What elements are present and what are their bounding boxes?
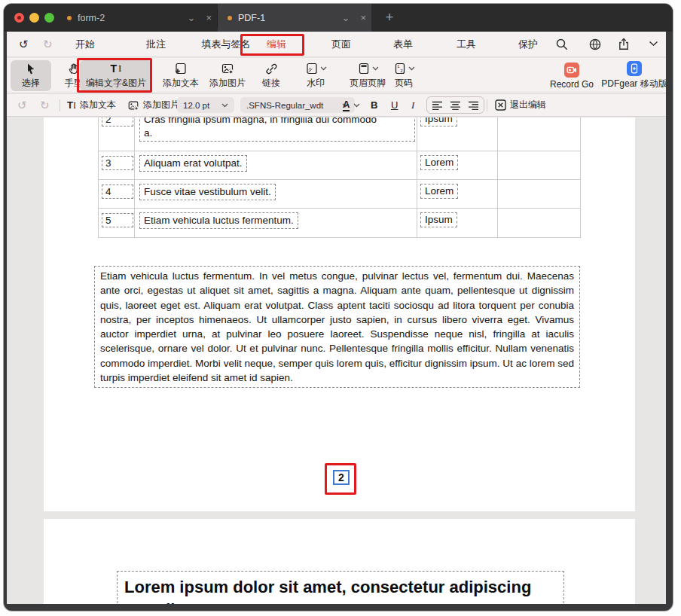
share-icon[interactable]: [617, 38, 631, 51]
text-box[interactable]: Etiam vehicula luctus fermentum.: [139, 212, 298, 229]
chevron-down-icon: [221, 103, 228, 108]
table-cell-empty: [498, 209, 580, 237]
table-cell-tag: Lorem: [417, 151, 498, 180]
text-cursor-icon: TI: [67, 99, 76, 111]
text-box[interactable]: Ipsum: [420, 212, 457, 227]
collapse-ribbon-chevron-icon[interactable]: [649, 41, 662, 54]
underline-button[interactable]: U: [391, 94, 398, 116]
chevron-down-icon: [353, 103, 360, 108]
svg-text:2: 2: [400, 69, 402, 73]
text-box[interactable]: 2: [102, 117, 133, 127]
add-text-button[interactable]: 添加文本: [157, 60, 204, 91]
menu-item-page[interactable]: 页面: [325, 38, 358, 51]
text-box[interactable]: Ipsum: [420, 117, 457, 127]
globe-icon[interactable]: [588, 38, 602, 51]
cursor-icon: [25, 63, 37, 75]
table-cell-num: 4: [99, 180, 135, 209]
page-number-icon: 12: [393, 62, 407, 75]
menu-item-annotate[interactable]: 批注: [139, 38, 173, 51]
new-tab-button[interactable]: +: [380, 9, 399, 27]
text-box[interactable]: Lorem: [420, 184, 458, 199]
close-window-button[interactable]: [14, 13, 24, 23]
exit-edit-button[interactable]: 退出编辑: [495, 94, 546, 116]
font-color-button[interactable]: A: [343, 94, 360, 116]
font-size-dropdown[interactable]: 12.0 pt: [177, 94, 234, 116]
add-text-icon: [174, 62, 188, 75]
text-box[interactable]: Lorem: [420, 155, 458, 170]
tab-chevron-down-icon[interactable]: ⌄: [337, 12, 356, 23]
table-cell-empty: [498, 117, 580, 151]
table-cell-tag: Ipsum: [417, 117, 498, 151]
menubar: ↺ ↻ 开始 批注 填表与签名 编辑 页面 表单 工具 保护: [7, 32, 666, 57]
undo-button[interactable]: ↺: [17, 94, 27, 116]
italic-button[interactable]: I: [411, 94, 414, 116]
text-box[interactable]: 3: [102, 156, 133, 170]
chevron-down-icon: [320, 66, 327, 71]
table-cell-empty: [498, 151, 580, 180]
search-icon[interactable]: [555, 38, 569, 51]
record-go-icon: [564, 63, 579, 78]
menu-item-protect[interactable]: 保护: [512, 38, 545, 51]
table-cell-empty: [498, 180, 580, 209]
pdfgear-mobile-button[interactable]: PDFgear 移动版: [600, 60, 666, 91]
unsaved-dot-icon: [67, 16, 72, 20]
menu-item-home[interactable]: 开始: [69, 38, 102, 51]
text-box[interactable]: Fusce vitae vestibulum velit.: [139, 184, 276, 200]
watermark-icon: [305, 62, 319, 75]
pdf-page-1: 2 Cras fringilla ipsum magna, in fringil…: [44, 117, 635, 511]
bold-button[interactable]: B: [371, 94, 377, 116]
annotation-box-edit-text-image: [77, 58, 152, 93]
redo-button[interactable]: ↻: [40, 94, 50, 116]
watermark-button[interactable]: 水印: [293, 60, 338, 91]
add-image-button[interactable]: 添加图片: [127, 94, 179, 116]
pdf-table: 2 Cras fringilla ipsum magna, in fringil…: [98, 117, 581, 238]
record-go-button[interactable]: Record Go: [545, 60, 599, 91]
add-text-button[interactable]: TI 添加文本: [67, 94, 116, 116]
tab-label: PDF-1: [238, 13, 337, 23]
heading-text-box[interactable]: Lorem ipsum dolor sit amet, consectetur …: [117, 571, 564, 604]
tab-close-icon[interactable]: ×: [355, 12, 371, 23]
app-window: form-2 ⌄ × PDF-1 ⌄ × + ↺ ↻ 开始 批注 填表与签名 编…: [4, 4, 673, 611]
paragraph-text-box[interactable]: Etiam vehicula luctus fermentum. In vel …: [94, 266, 580, 388]
annotation-box-edit-menu: [240, 34, 304, 56]
page-number-button[interactable]: 12 页码: [382, 60, 426, 91]
table-cell-tag: Lorem: [417, 180, 498, 209]
align-left-icon[interactable]: [432, 101, 443, 110]
tab-form-2[interactable]: form-2 ⌄ ×: [57, 4, 217, 32]
tab-chevron-down-icon[interactable]: ⌄: [182, 12, 201, 23]
select-tool-button[interactable]: 选择: [11, 60, 51, 91]
text-box[interactable]: Aliquam erat volutpat.: [139, 155, 247, 172]
zoom-window-button[interactable]: [44, 13, 54, 23]
redo-button[interactable]: ↻: [43, 38, 56, 51]
add-image-icon: [221, 62, 234, 75]
tab-pdf-1[interactable]: PDF-1 ⌄ ×: [218, 4, 371, 32]
edit-format-bar: ↺ ↻ TI 添加文本 添加图片 12.0 pt .SFNS-Regular_w…: [7, 94, 666, 117]
menu-item-form[interactable]: 表单: [386, 38, 420, 51]
table-cell-num: 3: [99, 151, 135, 180]
text-box[interactable]: 4: [102, 184, 133, 199]
link-button[interactable]: 链接: [254, 60, 289, 91]
mobile-phone-icon: [627, 61, 642, 76]
font-name-dropdown[interactable]: .SFNS-Regular_wdt: [240, 94, 355, 116]
chrome-area: ↺ ↻ 开始 批注 填表与签名 编辑 页面 表单 工具 保护: [7, 32, 666, 604]
table-cell-tag: Ipsum: [417, 209, 498, 237]
document-viewer: 2 Cras fringilla ipsum magna, in fringil…: [7, 117, 666, 604]
add-image-icon: [127, 99, 139, 111]
tab-close-icon[interactable]: ×: [200, 12, 217, 23]
minimize-window-button[interactable]: [29, 13, 39, 23]
text-box[interactable]: 5: [102, 213, 133, 227]
unsaved-dot-icon: [228, 16, 232, 20]
menu-item-tools[interactable]: 工具: [450, 38, 483, 51]
add-image-button[interactable]: 添加图片: [204, 60, 251, 91]
table-cell-num: 5: [99, 209, 135, 237]
close-box-icon: [495, 99, 506, 111]
header-footer-icon: [357, 62, 371, 75]
undo-button[interactable]: ↺: [19, 38, 32, 51]
pdf-page-2: Lorem ipsum dolor sit amet, consectetur …: [44, 519, 635, 604]
text-box[interactable]: Cras fringilla ipsum magna, in fringilla…: [139, 117, 415, 142]
titlebar: form-2 ⌄ × PDF-1 ⌄ × +: [4, 4, 673, 32]
align-center-icon[interactable]: [450, 101, 461, 110]
table-cell-num: 2: [99, 117, 135, 151]
align-right-icon[interactable]: [468, 101, 479, 110]
svg-text:1: 1: [397, 64, 399, 69]
